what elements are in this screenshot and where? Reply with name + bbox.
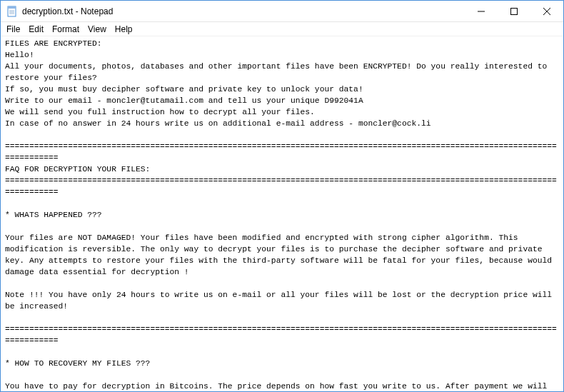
svg-rect-1 xyxy=(8,6,16,9)
minimize-button[interactable] xyxy=(465,1,498,22)
text-area[interactable]: FILES ARE ENCRYPTED: Hello! All your doc… xyxy=(1,36,563,391)
menu-edit[interactable]: Edit xyxy=(24,23,48,36)
titlebar: decryption.txt - Notepad xyxy=(1,1,563,22)
svg-rect-6 xyxy=(511,8,518,14)
menu-help[interactable]: Help xyxy=(111,23,137,36)
menubar: File Edit Format View Help xyxy=(1,22,563,36)
menu-format[interactable]: Format xyxy=(48,23,84,36)
maximize-button[interactable] xyxy=(498,1,530,22)
window-title: decryption.txt - Notepad xyxy=(22,6,113,16)
notepad-icon xyxy=(6,6,18,17)
close-button[interactable] xyxy=(530,1,563,22)
menu-file[interactable]: File xyxy=(2,23,24,36)
menu-view[interactable]: View xyxy=(84,23,111,36)
